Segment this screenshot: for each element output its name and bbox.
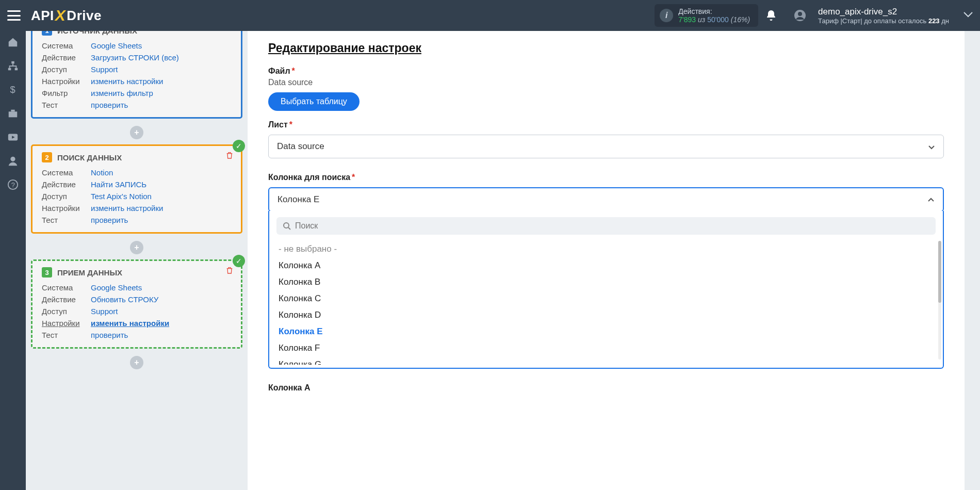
svg-point-1 — [798, 12, 802, 16]
user-menu[interactable]: demo_apix-drive_s2 Тариф |Старт| до опла… — [787, 7, 949, 25]
notifications-button[interactable] — [763, 8, 779, 23]
logo-part-x: X — [55, 7, 66, 24]
user-name: demo_apix-drive_s2 — [818, 7, 949, 17]
avatar-icon — [792, 8, 808, 23]
topbar: API X Drive i Действия: 7'893 из 50'000 … — [0, 0, 980, 31]
usage-counter[interactable]: i Действия: 7'893 из 50'000 (16%) — [655, 4, 758, 27]
expand-header-button[interactable] — [963, 11, 973, 20]
menu-toggle-button[interactable] — [7, 10, 21, 21]
logo-part-drive: Drive — [67, 8, 102, 24]
info-icon: i — [660, 9, 673, 22]
logo[interactable]: API X Drive — [31, 7, 102, 24]
usage-value: 7'893 из 50'000 (16%) — [678, 15, 750, 24]
user-plan: Тариф |Старт| до оплаты осталось 223 дн — [818, 17, 949, 25]
usage-label: Действия: — [678, 7, 750, 15]
logo-part-api: API — [31, 8, 54, 24]
